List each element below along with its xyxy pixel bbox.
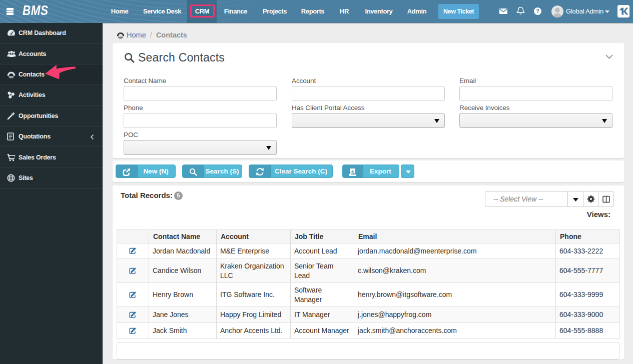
svg-text:?: ? — [536, 8, 539, 14]
